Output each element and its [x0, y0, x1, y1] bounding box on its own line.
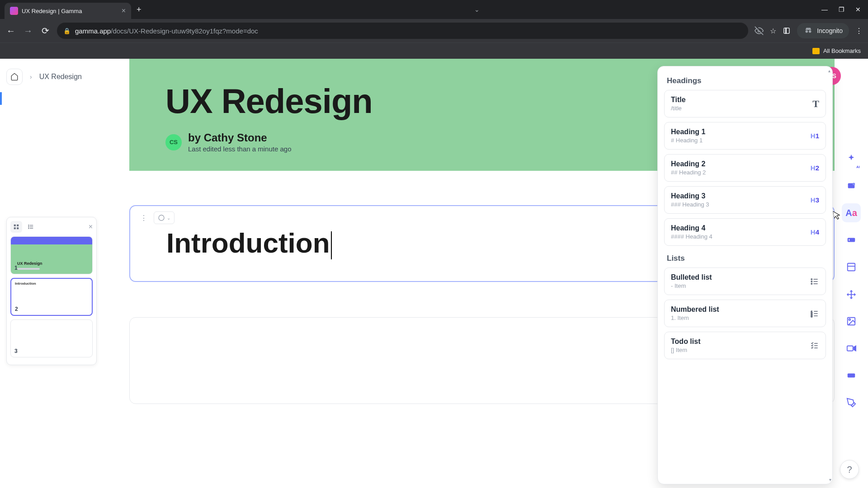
- visual-button[interactable]: [842, 285, 861, 304]
- tab-title: UX Redesign | Gamma: [22, 8, 118, 14]
- reload-button[interactable]: ⟳: [40, 25, 51, 36]
- author-name: by Cathy Stone: [188, 131, 292, 144]
- browser-menu-icon[interactable]: ⋮: [855, 27, 863, 35]
- slide-3-number: 3: [14, 348, 18, 354]
- h3-icon: H3: [811, 196, 819, 204]
- list-view-tab[interactable]: [25, 221, 37, 233]
- slide-2-number: 2: [15, 306, 18, 312]
- embed-button[interactable]: [842, 366, 861, 385]
- svg-rect-9: [14, 225, 16, 226]
- browser-tab[interactable]: UX Redesign | Gamma ×: [5, 3, 131, 19]
- slide-thumb-1[interactable]: UX Redesign 1: [10, 236, 93, 274]
- breadcrumb-title[interactable]: UX Redesign: [39, 73, 82, 81]
- svg-point-17: [28, 226, 29, 227]
- browser-tab-strip: UX Redesign | Gamma × + ⌄ — ❐ ✕: [0, 0, 868, 19]
- text-cursor: [331, 231, 332, 259]
- url-text: gamma.app/docs/UX-Redesign-utuw9ty82oy1f…: [75, 27, 258, 35]
- svg-point-16: [28, 225, 29, 225]
- close-window-icon[interactable]: ✕: [855, 6, 861, 13]
- section-headings: Headings: [667, 76, 823, 85]
- svg-rect-11: [14, 227, 16, 229]
- left-accent-bar: [0, 92, 2, 105]
- svg-point-35: [853, 183, 855, 186]
- h4-icon: H4: [811, 228, 819, 236]
- insert-heading-4[interactable]: Heading 4 #### Heading 4 H4: [664, 218, 826, 246]
- svg-text:3: 3: [811, 314, 813, 317]
- svg-point-41: [849, 319, 851, 321]
- slide-thumb-3[interactable]: 3: [10, 319, 93, 357]
- block-color-menu[interactable]: ⌄: [154, 211, 175, 224]
- forward-button[interactable]: →: [23, 26, 33, 36]
- eye-off-icon[interactable]: [755, 26, 764, 35]
- svg-rect-44: [848, 373, 855, 377]
- svg-rect-10: [17, 225, 19, 226]
- panel-scroll-up[interactable]: ▴: [827, 67, 831, 74]
- insert-panel: ▴ Headings Title /title T Heading 1 # He…: [657, 66, 833, 484]
- svg-rect-38: [848, 263, 855, 271]
- right-icon-rail: AI Aa: [841, 149, 862, 412]
- all-bookmarks-button[interactable]: All Bookmarks: [823, 47, 861, 54]
- insert-heading-3[interactable]: Heading 3 ### Heading 3 H3: [664, 186, 826, 214]
- last-edited: Last edited less than a minute ago: [188, 145, 292, 153]
- form-button[interactable]: [842, 393, 861, 412]
- slides-panel: × UX Redesign 1 Introduction 2 3: [6, 217, 97, 365]
- slide-1-title: UX Redesign: [14, 260, 90, 267]
- insert-title[interactable]: Title /title T: [664, 90, 826, 117]
- tab-search-icon[interactable]: ⌄: [474, 6, 480, 13]
- svg-rect-36: [848, 238, 855, 242]
- svg-point-2: [806, 30, 808, 33]
- insert-bulleted-list[interactable]: Bulleted list - Item: [664, 267, 826, 295]
- svg-rect-37: [849, 239, 850, 241]
- grid-view-tab[interactable]: [10, 221, 22, 233]
- layout-button[interactable]: [842, 258, 861, 277]
- incognito-label: Incognito: [817, 27, 843, 34]
- todo-list-icon: [810, 341, 819, 350]
- bookmark-star-icon[interactable]: ☆: [770, 27, 776, 35]
- svg-point-18: [28, 228, 29, 229]
- help-button[interactable]: ?: [840, 460, 859, 479]
- svg-point-8: [159, 215, 164, 221]
- slide-thumb-2[interactable]: Introduction 2: [10, 278, 93, 316]
- incognito-badge[interactable]: Incognito: [797, 23, 849, 38]
- svg-point-23: [811, 281, 812, 282]
- slide-2-title: Introduction: [11, 279, 92, 288]
- insert-numbered-list[interactable]: Numbered list 1. Item 123: [664, 300, 826, 327]
- slide-1-number: 1: [14, 265, 18, 271]
- close-slides-panel[interactable]: ×: [89, 223, 93, 231]
- back-button[interactable]: ←: [5, 26, 16, 36]
- breadcrumb: › UX Redesign: [6, 69, 82, 85]
- minimize-icon[interactable]: —: [821, 6, 828, 13]
- window-controls: — ❐ ✕: [821, 6, 868, 13]
- video-button[interactable]: [842, 339, 861, 358]
- card-templates-button[interactable]: [842, 176, 861, 195]
- block-toolbar: ⋮ ⌄: [137, 211, 175, 224]
- h2-icon: H2: [811, 164, 819, 172]
- url-bar[interactable]: 🔒 gamma.app/docs/UX-Redesign-utuw9ty82oy…: [57, 23, 748, 39]
- svg-point-3: [809, 30, 811, 33]
- panel-scroll-down[interactable]: ▾: [829, 477, 831, 482]
- new-tab-button[interactable]: +: [137, 5, 142, 14]
- numbered-list-icon: 123: [810, 309, 819, 318]
- bookmarks-bar: All Bookmarks: [0, 42, 868, 59]
- bullet-list-icon: [810, 277, 819, 286]
- ai-sparkle-button[interactable]: AI: [842, 149, 861, 168]
- image-button[interactable]: [842, 312, 861, 331]
- h1-icon: H1: [811, 132, 819, 140]
- insert-heading-2[interactable]: Heading 2 ## Heading 2 H2: [664, 154, 826, 182]
- incognito-icon: [803, 26, 813, 36]
- svg-rect-12: [17, 227, 19, 229]
- svg-point-24: [811, 283, 812, 284]
- app-viewport: › UX Redesign Theme CS UX Redesign CS by…: [0, 59, 868, 488]
- maximize-icon[interactable]: ❐: [839, 6, 844, 13]
- svg-rect-1: [786, 28, 787, 33]
- folder-icon: [812, 48, 820, 54]
- insert-heading-1[interactable]: Heading 1 # Heading 1 H1: [664, 122, 826, 150]
- extensions-icon[interactable]: [783, 27, 791, 35]
- callout-button[interactable]: [842, 230, 861, 249]
- mouse-cursor: [833, 210, 841, 220]
- close-tab-icon[interactable]: ×: [122, 7, 126, 15]
- home-button[interactable]: [6, 69, 23, 85]
- drag-handle-icon[interactable]: ⋮: [137, 211, 150, 224]
- text-formatting-button[interactable]: Aa: [842, 203, 861, 222]
- insert-todo-list[interactable]: Todo list [] Item: [664, 332, 826, 359]
